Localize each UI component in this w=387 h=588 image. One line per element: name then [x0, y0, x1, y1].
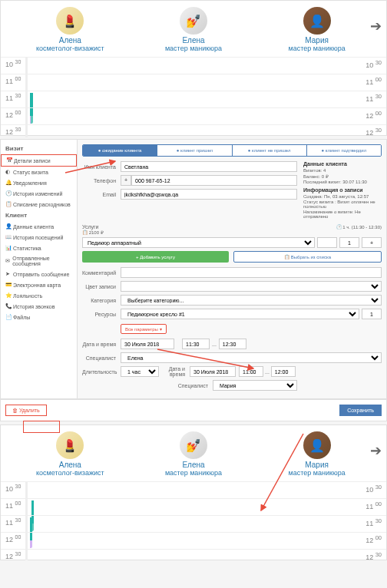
phone-input[interactable] — [131, 175, 297, 186]
time2-from-input[interactable] — [239, 366, 263, 377]
next-arrow-icon[interactable]: ➔ — [370, 442, 382, 459]
info-visits: Визитов: 4 — [303, 168, 382, 173]
tab-label: ожидание клиента — [102, 148, 141, 153]
sidebar-section-client: Клиент — [1, 210, 77, 221]
time-label: 11 00 — [366, 500, 382, 510]
sidebar-item-history[interactable]: 🕐История изменений — [1, 188, 77, 199]
tab-waiting[interactable]: ● ожидание клиента — [83, 145, 157, 156]
service-plus[interactable]: + — [362, 237, 382, 248]
tab-noshow[interactable]: ● клиент не пришел — [233, 145, 307, 156]
sidebar-label: Электронная карта — [13, 282, 61, 288]
sidebar-label: Статистика — [13, 246, 41, 251]
sidebar-item-status[interactable]: ◐Статус визита — [1, 167, 77, 177]
card-icon: 💳 — [5, 282, 11, 288]
comment-input[interactable] — [121, 267, 382, 278]
editor-sidebar: Визит 📅Детали записи ◐Статус визита 🔔Уве… — [1, 140, 78, 398]
editor-footer: 🗑 Удалить Сохранить — [1, 399, 386, 421]
phone-label: Телефон — [82, 178, 121, 183]
resources-label: Ресурсы — [82, 312, 121, 317]
time-label: 11 30 — [366, 517, 382, 527]
send-icon: ➤ — [5, 271, 11, 277]
avatar-icon: 💅 — [180, 7, 207, 35]
avatar-icon: 💄 — [56, 431, 84, 459]
specialist-select[interactable]: Елена — [121, 352, 382, 363]
time-label: 12 30 — [366, 127, 382, 137]
date-label: Дата и время — [82, 342, 121, 347]
email-label: Email — [82, 192, 121, 197]
time-label: 12 30 — [366, 551, 382, 560]
sidebar-item-send-msg[interactable]: ➤Отправить сообщение — [1, 269, 77, 279]
tab-confirmed[interactable]: ● клиент подтвердил — [307, 145, 381, 156]
email-input[interactable] — [121, 189, 297, 200]
specialist-label: Специалист — [82, 355, 121, 361]
specialist2-label: Специалист — [167, 383, 213, 388]
master-1[interactable]: 💄 Алена косметолог-визажист — [24, 7, 116, 52]
date2-input[interactable] — [190, 366, 236, 377]
qty-input[interactable] — [317, 237, 337, 248]
category-select[interactable]: Выберите категорию... — [121, 295, 382, 306]
info-balance: Баланс: 0 ₽ — [303, 173, 382, 179]
tab-arrived[interactable]: ● клиент пришел — [157, 145, 232, 156]
time-from-input[interactable] — [182, 339, 210, 349]
phone-icon: 📞 — [5, 303, 11, 309]
time-label: 11 30 — [5, 517, 21, 527]
sidebar-item-loyalty[interactable]: ⭐Лояльность — [1, 290, 77, 301]
master-3[interactable]: 👤 Мария мастер маникюра — [271, 431, 363, 477]
sidebar-item-visit-history[interactable]: 📖История посещений — [1, 232, 77, 243]
service-select[interactable]: Педикюр аппаратный — [82, 237, 315, 248]
master-2[interactable]: 💅 Елена мастер маникюра — [147, 7, 240, 52]
sidebar-item-consumables[interactable]: 📋Списание расходников — [1, 199, 77, 210]
time-to-input[interactable] — [219, 339, 246, 349]
services-label: Услуги — [82, 224, 99, 230]
sidebar-item-client-data[interactable]: 👤Данные клиента — [1, 221, 77, 232]
delete-button[interactable]: 🗑 Удалить — [5, 405, 47, 416]
tab-label: клиент пришел — [180, 148, 213, 153]
sidebar-label: Детали записи — [14, 158, 51, 164]
master-role: мастер маникюра — [147, 469, 240, 477]
time-label: 12 30 — [5, 551, 21, 560]
masters-row: 💄 Алена косметолог-визажист 💅 Елена маст… — [1, 428, 386, 481]
avatar-icon: 💄 — [56, 7, 84, 35]
time-label: 10 30 — [366, 484, 382, 494]
date-input[interactable] — [121, 339, 174, 349]
all-params-label: Все параметры — [125, 327, 158, 332]
resource-select[interactable]: Педикюрное кресло #1 — [121, 309, 359, 319]
phone-prefix: + — [121, 175, 131, 186]
sidebar-label: Лояльность — [13, 293, 42, 299]
user-icon: 👤 — [5, 223, 11, 230]
time2-to-input[interactable] — [271, 366, 296, 377]
info-status: Статус визита : Визит оплачен не полност… — [303, 200, 382, 209]
sidebar-item-notifications[interactable]: 🔔Уведомления — [1, 177, 77, 188]
sidebar-label: Статус визита — [13, 170, 48, 175]
master-role: мастер маникюра — [147, 45, 240, 52]
sidebar-item-stats[interactable]: 📊Статистика — [1, 243, 77, 253]
add-service-button[interactable]: + Добавить услугу — [82, 251, 229, 263]
save-button[interactable]: Сохранить — [339, 405, 382, 416]
time-label: 10 30 — [5, 484, 21, 493]
master-role: мастер маникюра — [271, 45, 363, 52]
sidebar-label: Файлы — [13, 315, 30, 320]
sidebar-item-sent-msgs[interactable]: ✉Отправленные сообщения — [1, 253, 77, 269]
master-name: Елена — [147, 36, 240, 45]
service-qty[interactable] — [339, 237, 359, 248]
master-1[interactable]: 💄 Алена косметолог-визажист — [24, 431, 116, 477]
master-3[interactable]: 👤 Мария мастер маникюра — [271, 7, 363, 52]
master-2[interactable]: 💅 Елена мастер маникюра — [147, 431, 240, 477]
avatar-icon: 💅 — [180, 431, 207, 459]
schedule-bottom: 💄 Алена косметолог-визажист 💅 Елена маст… — [0, 424, 387, 560]
color-select[interactable] — [121, 281, 382, 292]
all-params-button[interactable]: Все параметры ▾ — [121, 324, 167, 334]
resource-qty[interactable] — [362, 309, 382, 319]
schedule-top: 💄 Алена косметолог-визажист 💅 Елена маст… — [0, 0, 387, 136]
specialist2-select[interactable]: Мария — [213, 380, 297, 391]
star-icon: ⭐ — [5, 292, 11, 299]
sidebar-item-ecard[interactable]: 💳Электронная карта — [1, 279, 77, 290]
sidebar-item-calls[interactable]: 📞История звонков — [1, 301, 77, 312]
next-arrow-icon[interactable]: ➔ — [370, 18, 382, 35]
sidebar-item-files[interactable]: 📄Файлы — [1, 312, 77, 322]
name-input[interactable] — [121, 161, 297, 172]
sidebar-item-details[interactable]: 📅Детали записи — [1, 154, 77, 167]
duration-select[interactable]: 1 час — [121, 366, 159, 377]
chart-icon: 📊 — [5, 245, 11, 251]
pick-from-list-button[interactable]: 📋 Выбрать из списка — [233, 251, 382, 263]
